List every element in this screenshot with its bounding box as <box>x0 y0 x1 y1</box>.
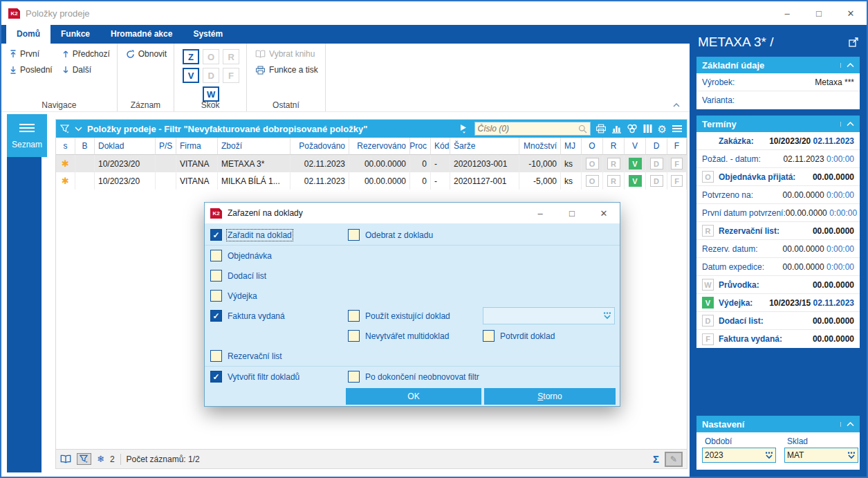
jump-w-button[interactable]: W <box>203 86 219 102</box>
table-row[interactable]: ✱ 10/2023/20 VITANA METAXA 3* 02.11.2023… <box>56 155 687 172</box>
chart-icon[interactable] <box>611 124 622 134</box>
functions-print-button[interactable]: Funkce a tisk <box>255 65 318 75</box>
columns-icon[interactable] <box>643 124 653 134</box>
minimize-button[interactable]: – <box>771 1 803 25</box>
cluster-icon[interactable] <box>627 124 638 134</box>
last-button[interactable]: Poslední <box>10 65 53 75</box>
col-v[interactable]: V <box>625 138 646 155</box>
tab-domu[interactable]: Domů <box>6 25 50 44</box>
col-d[interactable]: D <box>646 138 667 155</box>
obdobi-select[interactable] <box>702 448 776 463</box>
col-doklad[interactable]: Doklad <box>95 138 156 155</box>
col-zbozi[interactable]: Zboží <box>218 138 290 155</box>
checkbox-vydejka[interactable]: Výdejka <box>210 290 257 302</box>
checkbox[interactable] <box>210 350 222 362</box>
filter-icon[interactable] <box>60 125 70 134</box>
col-proc[interactable]: Proc <box>410 138 431 155</box>
checkbox-po-dokonceni-neobnovovat-filtr[interactable]: Po dokončení neobnovovat filtr <box>348 371 479 383</box>
col-r[interactable]: R <box>603 138 625 155</box>
sidebar-tab-seznam[interactable]: Seznam <box>7 114 47 157</box>
search-input[interactable] <box>478 124 578 134</box>
existing-document-value[interactable] <box>486 311 603 321</box>
obdobi-value[interactable] <box>705 450 765 460</box>
filter-toggle-icon[interactable] <box>77 453 91 465</box>
previous-button[interactable]: Předchozí <box>62 49 110 59</box>
edit-button[interactable]: ✎ <box>665 452 683 467</box>
gear-icon[interactable]: ⚙ <box>658 124 667 134</box>
maximize-button[interactable]: □ <box>556 203 588 223</box>
jump-o-button[interactable]: O <box>203 49 219 64</box>
checkbox-dodaci-list[interactable]: Dodací list <box>210 270 266 282</box>
jump-r-button[interactable]: R <box>223 49 239 64</box>
jump-z-button[interactable]: Z <box>183 49 199 64</box>
table-menu-icon[interactable] <box>672 125 683 133</box>
close-button[interactable]: ✕ <box>588 203 620 223</box>
checkbox[interactable] <box>210 290 222 302</box>
checkbox[interactable] <box>348 229 360 241</box>
checkbox-rezervacni-list[interactable]: Rezervační list <box>210 350 282 362</box>
panel-header-zakladni[interactable]: Základní údaje <box>696 57 860 73</box>
collapse-icon[interactable] <box>840 63 854 68</box>
book-icon[interactable] <box>60 454 71 463</box>
external-link-icon[interactable] <box>849 37 858 47</box>
checkbox-zaradit-na-doklad[interactable]: Zařadit na doklad <box>210 229 292 241</box>
checkbox[interactable] <box>348 371 360 383</box>
close-button[interactable]: ✕ <box>835 1 867 25</box>
checkbox-objednavka[interactable]: Objednávka <box>210 250 272 261</box>
panel-header-terminy[interactable]: Termíny <box>696 116 860 132</box>
checkbox[interactable] <box>210 270 222 282</box>
checkbox-nevytvaret-multidoklad[interactable]: Nevytvářet multidoklad <box>348 330 449 342</box>
select-book-button[interactable]: Vybrat knihu <box>255 49 318 59</box>
table-row[interactable]: ✱ 10/2023/20 VITANA MILKA BÍLÁ 1... 02.1… <box>56 172 687 190</box>
chevron-down-icon[interactable] <box>75 127 82 131</box>
checkbox-potvrdit-doklad[interactable]: Potvrdit doklad <box>483 330 555 342</box>
col-b[interactable]: B <box>75 138 95 155</box>
maximize-button[interactable]: □ <box>803 1 835 25</box>
tab-system[interactable]: Systém <box>183 25 233 44</box>
checkbox[interactable] <box>210 250 222 261</box>
jump-v-button[interactable]: V <box>183 68 199 83</box>
jump-d-button[interactable]: D <box>203 68 219 83</box>
existing-document-select[interactable] <box>483 307 615 324</box>
col-sarze[interactable]: Šarže <box>450 138 519 155</box>
col-ps[interactable]: P/S <box>156 138 176 155</box>
col-o[interactable]: O <box>582 138 603 155</box>
ok-button[interactable]: OK <box>346 388 481 405</box>
col-firma[interactable]: Firma <box>176 138 218 155</box>
checkbox-vytvorit-filtr-dokladu[interactable]: Vytvořit filtr dokladů <box>210 371 299 383</box>
checkbox[interactable] <box>210 310 222 322</box>
sklad-select[interactable] <box>784 448 858 463</box>
play-icon[interactable] <box>460 125 467 134</box>
panel-header-nastaveni[interactable]: Nastavení <box>696 416 860 432</box>
checkbox[interactable] <box>210 371 222 383</box>
checkbox-odebrat-z-dokladu[interactable]: Odebrat z dokladu <box>348 229 433 241</box>
print-icon[interactable] <box>595 124 607 134</box>
col-rezervovano[interactable]: Rezervováno <box>349 138 410 155</box>
col-s[interactable]: s <box>56 138 75 155</box>
refresh-button[interactable]: Obnovit <box>126 49 167 59</box>
tab-funkce[interactable]: Funkce <box>50 25 100 44</box>
collapse-icon[interactable] <box>840 422 854 427</box>
sum-icon[interactable]: Σ <box>653 453 659 465</box>
collapse-icon[interactable] <box>840 122 854 127</box>
col-mnozstvi[interactable]: Množství <box>519 138 561 155</box>
checkbox[interactable] <box>483 330 495 342</box>
checkbox[interactable] <box>210 229 222 241</box>
next-button[interactable]: Další <box>62 65 110 75</box>
col-mj[interactable]: MJ <box>561 138 582 155</box>
tab-hromadne-akce[interactable]: Hromadné akce <box>100 25 183 44</box>
col-f[interactable]: F <box>667 138 687 155</box>
snowflake-icon[interactable]: ❄ <box>97 454 104 464</box>
sklad-value[interactable] <box>787 450 847 460</box>
first-button[interactable]: První <box>10 49 53 59</box>
checkbox[interactable] <box>348 310 360 322</box>
jump-f-button[interactable]: F <box>223 68 239 83</box>
storno-button[interactable]: Storno <box>484 388 616 405</box>
checkbox-pouzit-existujici-doklad[interactable]: Použít existující doklad <box>348 310 450 322</box>
ribbon-collapse-icon[interactable] <box>673 103 680 107</box>
minimize-button[interactable]: – <box>524 203 556 223</box>
col-pozadovano[interactable]: Požadováno <box>290 138 349 155</box>
checkbox[interactable] <box>348 330 360 342</box>
col-kod[interactable]: Kód <box>431 138 450 155</box>
checkbox-faktura-vydana[interactable]: Faktura vydaná <box>210 310 285 322</box>
